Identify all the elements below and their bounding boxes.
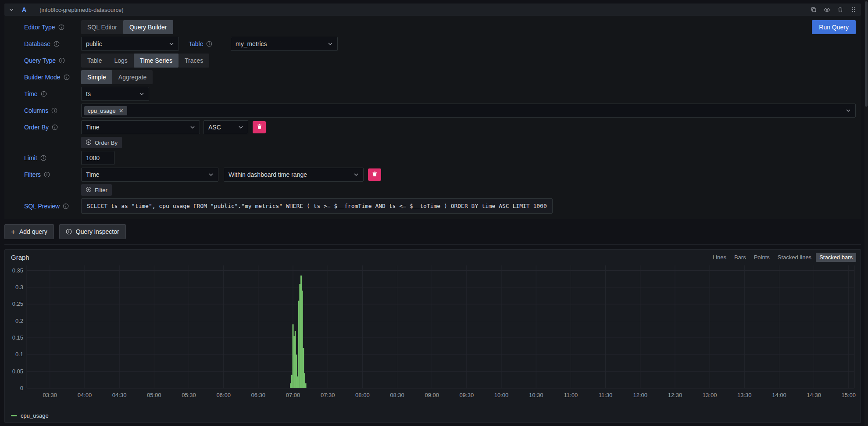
order-by-field-select[interactable]: Time bbox=[81, 120, 200, 134]
query-type-option-traces[interactable]: Traces bbox=[179, 54, 209, 68]
builder-mode-info-icon[interactable] bbox=[64, 74, 70, 80]
chart-bar bbox=[302, 291, 303, 388]
panel-title[interactable]: Graph bbox=[11, 254, 29, 261]
sql-preview-code: SELECT ts as "time", cpu_usage FROM "pub… bbox=[81, 198, 553, 214]
chart-bar bbox=[304, 373, 305, 388]
y-tick-label: 0.05 bbox=[12, 368, 23, 375]
query-inspector-button[interactable]: Query inspector bbox=[59, 224, 126, 239]
query-type-option-time-series[interactable]: Time Series bbox=[134, 54, 179, 68]
query-type-toggle: TableLogsTime SeriesTraces bbox=[81, 54, 209, 68]
chart-bar bbox=[290, 383, 291, 388]
query-footer-buttons: + Add query Query inspector bbox=[4, 224, 861, 239]
x-tick-label: 04:30 bbox=[112, 392, 127, 398]
chevron-down-icon bbox=[349, 172, 359, 177]
editor-type-option-query-builder[interactable]: Query Builder bbox=[123, 20, 173, 34]
display-mode-option-points[interactable]: Points bbox=[750, 253, 773, 262]
toggle-visibility-eye-icon[interactable] bbox=[824, 7, 830, 13]
plus-circle-icon bbox=[86, 139, 92, 147]
duplicate-query-icon[interactable] bbox=[811, 7, 817, 13]
legend-swatch bbox=[11, 415, 17, 416]
x-tick-label: 05:30 bbox=[182, 392, 196, 398]
query-ref-id[interactable]: A bbox=[22, 6, 26, 13]
limit-label-cell: Limit bbox=[24, 154, 81, 161]
limit-info-icon[interactable] bbox=[40, 155, 46, 161]
x-tick-label: 09:30 bbox=[460, 392, 474, 398]
database-select[interactable]: public bbox=[81, 37, 179, 51]
scrollbar-thumb[interactable] bbox=[865, 1, 868, 107]
builder-mode-label-cell: Builder Mode bbox=[24, 74, 81, 81]
add-order-by-button[interactable]: Order By bbox=[81, 137, 122, 148]
legend-label[interactable]: cpu_usage bbox=[21, 412, 49, 419]
chevron-down-icon bbox=[135, 91, 144, 97]
chevron-down-icon bbox=[186, 125, 195, 130]
query-type-label: Query Type bbox=[24, 57, 56, 64]
filters-info-icon[interactable] bbox=[44, 172, 50, 178]
time-label-cell: Time bbox=[24, 90, 81, 97]
time-select[interactable]: ts bbox=[81, 87, 149, 101]
display-mode-option-stacked-lines[interactable]: Stacked lines bbox=[774, 253, 815, 262]
builder-mode-option-aggregate[interactable]: Aggregate bbox=[112, 70, 153, 84]
chevron-down-icon bbox=[234, 125, 243, 130]
sql-preview-info-icon[interactable] bbox=[63, 203, 69, 209]
table-label-cell: Table bbox=[189, 40, 231, 47]
column-chip-label: cpu_usage bbox=[88, 107, 116, 114]
filter-field-value: Time bbox=[86, 171, 100, 178]
drag-handle-icon[interactable] bbox=[850, 7, 857, 13]
graph-panel: Graph LinesBarsPointsStacked linesStacke… bbox=[4, 249, 861, 423]
chevron-down-icon bbox=[841, 108, 851, 113]
order-by-label-cell: Order By bbox=[24, 124, 81, 131]
time-series-chart[interactable]: 00.050.10.150.20.250.30.3503:3004:0004:3… bbox=[7, 263, 858, 408]
remove-order-by-button[interactable] bbox=[253, 121, 266, 133]
order-by-row: Order By Time ASC bbox=[24, 120, 856, 134]
display-mode-option-stacked-bars[interactable]: Stacked bars bbox=[816, 253, 856, 262]
y-tick-label: 0.15 bbox=[12, 334, 23, 341]
page-scrollbar[interactable] bbox=[864, 0, 868, 426]
query-type-option-table[interactable]: Table bbox=[81, 54, 108, 68]
columns-multiselect[interactable]: cpu_usage ✕ bbox=[81, 104, 856, 118]
remove-filter-button[interactable] bbox=[368, 168, 381, 181]
delete-query-trash-icon[interactable] bbox=[837, 7, 843, 13]
order-by-direction-select[interactable]: ASC bbox=[204, 120, 248, 134]
chart-bar bbox=[305, 383, 307, 388]
table-info-icon[interactable] bbox=[206, 41, 212, 47]
filters-label-cell: Filters bbox=[24, 171, 81, 178]
columns-info-icon[interactable] bbox=[51, 107, 57, 114]
editor-type-option-sql-editor[interactable]: SQL Editor bbox=[81, 20, 123, 34]
x-tick-label: 15:00 bbox=[842, 392, 856, 398]
add-filter-button[interactable]: Filter bbox=[81, 184, 112, 196]
x-tick-label: 14:30 bbox=[807, 392, 821, 398]
collapse-chevron-icon[interactable] bbox=[9, 7, 14, 12]
remove-chip-icon[interactable]: ✕ bbox=[119, 108, 124, 114]
column-chip[interactable]: cpu_usage ✕ bbox=[84, 106, 127, 115]
builder-mode-option-simple[interactable]: Simple bbox=[81, 70, 112, 84]
query-type-option-logs[interactable]: Logs bbox=[108, 54, 133, 68]
query-type-info-icon[interactable] bbox=[59, 57, 65, 64]
section-divider bbox=[4, 244, 861, 245]
sql-preview-label-cell: SQL Preview bbox=[24, 203, 81, 210]
y-tick-label: 0.35 bbox=[12, 267, 23, 274]
time-info-icon[interactable] bbox=[41, 91, 47, 97]
editor-type-info-icon[interactable] bbox=[58, 24, 64, 30]
filter-condition-select[interactable]: Within dashboard time range bbox=[224, 168, 364, 182]
database-info-icon[interactable] bbox=[54, 41, 60, 47]
display-mode-option-bars[interactable]: Bars bbox=[731, 253, 750, 262]
sql-preview-label: SQL Preview bbox=[24, 203, 60, 210]
database-label: Database bbox=[24, 40, 50, 47]
chart-bar bbox=[298, 301, 300, 388]
table-select[interactable]: my_metrics bbox=[231, 37, 338, 51]
add-query-button[interactable]: + Add query bbox=[4, 224, 54, 239]
info-circle-icon bbox=[66, 229, 72, 235]
display-mode-option-lines[interactable]: Lines bbox=[709, 253, 730, 262]
query-row-header: A (info8fcc-greptimedb-datasource) bbox=[4, 4, 861, 16]
y-tick-label: 0.25 bbox=[12, 301, 23, 307]
filter-field-select[interactable]: Time bbox=[81, 168, 218, 182]
x-tick-label: 05:00 bbox=[147, 392, 161, 398]
limit-input[interactable] bbox=[81, 151, 114, 165]
filter-condition-value: Within dashboard time range bbox=[229, 171, 307, 178]
x-tick-label: 14:00 bbox=[772, 392, 786, 398]
order-by-info-icon[interactable] bbox=[52, 124, 58, 130]
run-query-button[interactable]: Run Query bbox=[812, 20, 856, 34]
order-by-label: Order By bbox=[24, 124, 49, 131]
x-tick-label: 06:00 bbox=[216, 392, 231, 398]
columns-row: Columns cpu_usage ✕ bbox=[24, 104, 856, 118]
